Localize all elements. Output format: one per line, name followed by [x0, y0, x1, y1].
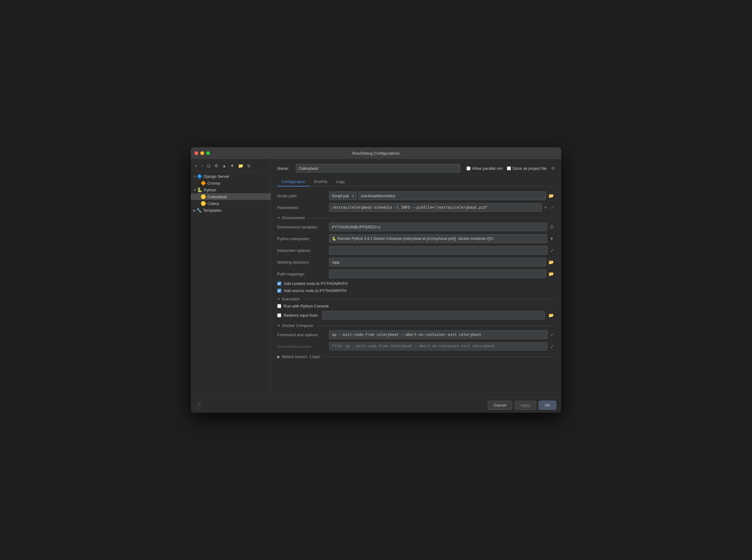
right-panel: Name: Allow parallel run Store as projec…: [271, 159, 561, 397]
redirect-input-label[interactable]: Redirect input from:: [284, 313, 319, 318]
before-launch-expand-icon: ▶: [277, 354, 280, 359]
move-up-button[interactable]: ▲: [221, 163, 227, 169]
apply-button[interactable]: Apply: [515, 401, 536, 409]
interpreter-options-row: Interpreter options: ⤢: [277, 246, 555, 255]
expand-preview-button[interactable]: ⤢: [549, 343, 555, 349]
expand-command-button[interactable]: ⤢: [549, 332, 555, 338]
store-project-checkbox[interactable]: [507, 166, 511, 171]
cancel-button[interactable]: Cancel: [488, 401, 512, 409]
allow-parallel-checkbox[interactable]: [466, 166, 470, 171]
sidebar-item-label: Python: [204, 188, 216, 192]
name-label: Name:: [277, 166, 293, 171]
script-path-label: Script path:: [277, 194, 327, 198]
run-python-console-row: Run with Python Console: [277, 304, 555, 308]
browse-working-dir-button[interactable]: 📂: [547, 259, 555, 265]
redirect-input-checkbox[interactable]: [277, 313, 281, 317]
sidebar-item-label: Django Server: [204, 174, 229, 179]
cronsy-icon: 🔶: [201, 181, 206, 185]
env-browse-button[interactable]: ☰: [549, 224, 555, 230]
name-row: Name: Allow parallel run Store as projec…: [277, 164, 555, 173]
docker-compose-section-header[interactable]: ▼ Docker Compose: [277, 323, 555, 328]
name-options: Allow parallel run Store as project file…: [466, 166, 555, 171]
maximize-button[interactable]: [206, 151, 210, 155]
working-dir-label: Working directory:: [277, 260, 327, 264]
tabs: Configuration EnvFile Logs: [277, 178, 555, 186]
path-mappings-input[interactable]: [329, 269, 546, 278]
sidebar-item-cronsy[interactable]: 🔶 Cronsy: [191, 180, 271, 186]
tab-configuration[interactable]: Configuration: [277, 178, 310, 186]
sidebar-item-label: Celerybeat: [207, 195, 227, 199]
title-bar: Run/Debug Configurations: [191, 147, 561, 159]
ok-button[interactable]: OK: [539, 401, 556, 409]
close-button[interactable]: [195, 151, 198, 155]
sidebar-item-python[interactable]: ▼ 🐍 Python: [191, 186, 271, 193]
main-content: + − ⊡ ⚙ ▲ ▼ 📁 ⇅ ▼ 🔷 Django Server 🔶 Cron…: [191, 159, 561, 397]
minimize-button[interactable]: [200, 151, 204, 155]
wrench-button[interactable]: ⚙: [213, 163, 220, 169]
before-launch-row[interactable]: ▶ Before launch: 1 task: [277, 354, 555, 359]
command-options-input[interactable]: [329, 330, 548, 339]
browse-script-button[interactable]: 📂: [547, 193, 555, 199]
redirect-input-row: Redirect input from: 📂: [277, 311, 555, 320]
expand-arrow-icon: ▼: [193, 175, 196, 178]
tab-logs[interactable]: Logs: [332, 178, 349, 186]
gear-icon[interactable]: ⚙: [551, 166, 555, 171]
store-project-label[interactable]: Store as project file: [507, 166, 547, 171]
remove-config-button[interactable]: −: [199, 163, 204, 169]
section-collapse-icon: ▼: [277, 324, 280, 327]
allow-parallel-label[interactable]: Allow parallel run: [466, 166, 503, 171]
add-source-roots-label[interactable]: Add source roots to PYTHONPATH: [284, 288, 346, 293]
add-param-button[interactable]: +: [543, 204, 548, 211]
path-mappings-row: Path mappings: 📂: [277, 269, 555, 278]
sidebar-item-django-server[interactable]: ▼ 🔷 Django Server: [191, 173, 271, 180]
section-collapse-icon: ▼: [277, 297, 280, 301]
add-source-roots-checkbox[interactable]: [277, 288, 281, 293]
move-down-button[interactable]: ▼: [229, 163, 236, 169]
section-collapse-icon: ▼: [277, 216, 280, 220]
path-mappings-label: Path mappings:: [277, 272, 327, 276]
interpreter-options-label: Interpreter options:: [277, 248, 327, 253]
run-python-console-label[interactable]: Run with Python Console: [284, 304, 329, 308]
sort-button[interactable]: ⇅: [246, 163, 252, 169]
execution-section-header[interactable]: ▼ Execution: [277, 297, 555, 301]
sidebar-item-label: Cronsy: [207, 181, 220, 185]
name-input[interactable]: [296, 164, 460, 173]
env-vars-input[interactable]: [329, 223, 547, 231]
script-path-input[interactable]: [358, 192, 546, 200]
sidebar-item-celerybeat[interactable]: 🟡 Celerybeat: [191, 193, 271, 200]
python-interpreter-input[interactable]: [329, 234, 547, 243]
parameters-input[interactable]: [329, 203, 542, 212]
copy-config-button[interactable]: ⊡: [206, 163, 212, 169]
python-interpreter-label: Python interpreter:: [277, 237, 327, 241]
sidebar-item-templates[interactable]: ▶ 🔧 Templates: [191, 207, 271, 214]
templates-icon: 🔧: [196, 208, 202, 213]
script-path-type-select[interactable]: Script path Module name: [329, 192, 357, 200]
traffic-lights: [195, 151, 210, 155]
environment-section-header[interactable]: ▼ Environment: [277, 216, 555, 220]
help-button[interactable]: ?: [196, 402, 203, 409]
tab-envfile[interactable]: EnvFile: [310, 178, 331, 186]
add-content-roots-checkbox[interactable]: [277, 282, 281, 285]
interpreter-dropdown-button[interactable]: ▼: [548, 236, 555, 242]
add-content-roots-row: Add content roots to PYTHONPATH: [277, 281, 555, 286]
working-dir-input[interactable]: [329, 258, 546, 266]
sidebar-item-celery[interactable]: 🟡 Celery: [191, 200, 271, 207]
add-content-roots-label[interactable]: Add content roots to PYTHONPATH: [284, 281, 348, 286]
add-source-roots-row: Add source roots to PYTHONPATH: [277, 288, 555, 293]
redirect-input-field[interactable]: [322, 311, 545, 320]
expand-params-button[interactable]: ⤢: [549, 205, 555, 210]
window-title: Run/Debug Configurations: [352, 151, 400, 156]
expand-arrow-icon: ▶: [193, 209, 196, 212]
add-config-button[interactable]: +: [193, 163, 198, 169]
bottom-bar: ? Cancel Apply OK: [191, 397, 561, 413]
folder-button[interactable]: 📁: [237, 163, 244, 169]
browse-path-mappings-button[interactable]: 📂: [547, 271, 555, 277]
env-vars-input-row: ☰: [329, 223, 555, 231]
interpreter-options-input[interactable]: [329, 246, 548, 255]
sidebar: + − ⊡ ⚙ ▲ ▼ 📁 ⇅ ▼ 🔷 Django Server 🔶 Cron…: [191, 159, 271, 397]
command-preview-label: Command preview:: [277, 344, 327, 349]
sidebar-item-label: Templates: [203, 208, 221, 213]
browse-redirect-button[interactable]: 📂: [547, 312, 555, 318]
expand-interpreter-options-button[interactable]: ⤢: [549, 247, 555, 254]
run-python-console-checkbox[interactable]: [277, 304, 281, 308]
